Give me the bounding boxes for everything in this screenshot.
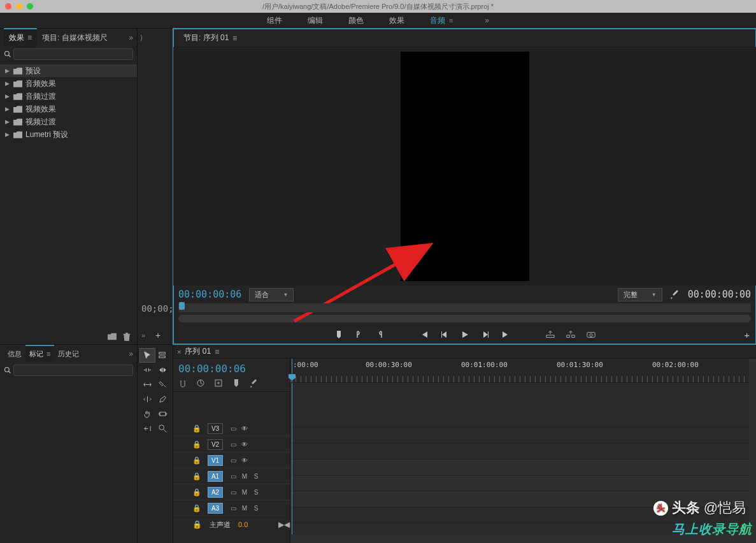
tree-item-audio-effects[interactable]: ▶ 音频效果 — [0, 77, 137, 90]
button-editor-icon[interactable]: + — [744, 329, 750, 340]
lock-icon[interactable]: 🔒 — [192, 488, 201, 496]
timeline-settings-icon[interactable] — [250, 379, 259, 387]
zoom-tool[interactable] — [156, 422, 171, 435]
pen-tool[interactable] — [156, 393, 171, 406]
solo-icon[interactable]: S — [252, 489, 260, 496]
track-header-v3[interactable]: 🔒 V3 ▭👁 — [173, 421, 290, 437]
lane-a1[interactable] — [290, 460, 756, 475]
program-scrub-track[interactable] — [178, 303, 751, 312]
track-select-tool[interactable] — [156, 349, 171, 362]
eye-icon[interactable]: 👁 — [241, 441, 248, 448]
lane-v2[interactable] — [290, 428, 756, 444]
razor-tool[interactable] — [156, 378, 171, 391]
timeline-playhead[interactable] — [292, 359, 292, 382]
master-output-icon[interactable]: ▶◀ — [278, 520, 290, 529]
collapsed-panel-icon[interactable]: ⟩ — [140, 34, 143, 42]
rate-stretch-tool[interactable] — [140, 378, 155, 391]
mute-icon[interactable]: M — [241, 505, 248, 512]
tab-markers[interactable]: 标记 ≡ — [25, 345, 54, 362]
track-header-v1[interactable]: 🔒 V1 ▭👁 — [173, 452, 290, 468]
eye-icon[interactable]: 👁 — [241, 425, 248, 432]
track-header-a1[interactable]: 🔒 A1 ▭MS — [173, 468, 290, 484]
lock-icon[interactable]: 🔒 — [192, 456, 201, 465]
tab-project[interactable]: 项目: 自媒体视频尺 — [37, 29, 113, 47]
rolling-edit-tool[interactable] — [156, 363, 171, 377]
timeline-v-scrollbar[interactable] — [749, 359, 756, 543]
lane-v1[interactable] — [290, 444, 756, 460]
eye-icon[interactable]: 👁 — [241, 457, 248, 464]
extract-icon[interactable] — [566, 330, 575, 339]
lock-icon[interactable]: 🔒 — [192, 520, 202, 529]
hand-tool[interactable] — [140, 407, 155, 421]
panel-overflow-icon[interactable]: » — [129, 349, 133, 358]
mark-out-icon[interactable] — [375, 330, 384, 339]
tab-history[interactable]: 历史记 — [54, 346, 83, 362]
add-button-icon[interactable]: + — [155, 330, 160, 340]
toggle-sync-icon[interactable]: ▭ — [229, 505, 237, 512]
playhead-handle[interactable] — [179, 302, 185, 310]
mute-icon[interactable]: M — [241, 489, 248, 496]
workspace-overflow-icon[interactable]: » — [485, 16, 489, 25]
tab-menu-icon[interactable]: ≡ — [232, 34, 237, 43]
workspace-menu-icon[interactable]: ≡ — [449, 17, 453, 24]
selection-tool[interactable] — [140, 349, 155, 362]
play-icon[interactable] — [460, 330, 469, 339]
toggle-sync-icon[interactable]: ▭ — [229, 457, 237, 464]
timeline-marker-icon[interactable] — [232, 379, 241, 387]
toggle-sync-icon[interactable]: ▭ — [229, 473, 237, 480]
tab-menu-icon[interactable]: ≡ — [27, 33, 32, 42]
toggle-sync-icon[interactable]: ▭ — [229, 425, 237, 432]
effects-search-input[interactable] — [13, 48, 133, 60]
program-timecode-current[interactable]: 00:00:00:06 — [178, 289, 241, 300]
lock-icon[interactable]: 🔒 — [192, 424, 201, 433]
timeline-ruler[interactable]: :00:00 00:00:30:00 00:01:00:00 00:01:30:… — [290, 359, 756, 383]
lane-v3[interactable] — [290, 412, 756, 428]
track-badge[interactable]: V1 — [208, 455, 223, 466]
timeline-timecode[interactable]: 00:00:00:06 — [178, 363, 285, 375]
zoom-dropdown[interactable]: 适合 ▼ — [249, 288, 294, 301]
export-frame-icon[interactable] — [587, 330, 596, 339]
master-value[interactable]: 0.0 — [238, 521, 248, 528]
linked-selection-icon[interactable] — [196, 379, 205, 387]
track-badge[interactable]: V2 — [208, 439, 223, 450]
panel-overflow-icon[interactable]: » — [141, 331, 145, 339]
new-bin-icon[interactable] — [108, 333, 117, 340]
add-marker-icon[interactable] — [334, 330, 343, 339]
solo-icon[interactable]: S — [252, 473, 260, 480]
trash-icon[interactable] — [123, 333, 131, 341]
tree-item-video-transitions[interactable]: ▶ 视频过渡 — [0, 115, 137, 128]
lock-icon[interactable]: 🔒 — [192, 440, 201, 449]
go-to-out-icon[interactable] — [501, 330, 510, 339]
sequence-tab[interactable]: 序列 01 — [185, 346, 211, 357]
step-forward-icon[interactable] — [481, 330, 490, 339]
workspace-editing[interactable]: 编辑 — [308, 15, 323, 26]
panel-overflow-icon[interactable]: » — [129, 33, 133, 42]
mark-in-icon[interactable] — [355, 330, 364, 339]
track-badge[interactable]: A2 — [208, 487, 223, 498]
tree-item-audio-transitions[interactable]: ▶ 音频过渡 — [0, 90, 137, 103]
track-header-master[interactable]: 🔒 主声道 0.0 ▶◀ — [173, 516, 290, 532]
tab-menu-icon[interactable]: ≡ — [215, 347, 219, 356]
track-badge[interactable]: A3 — [208, 503, 223, 514]
settings-icon[interactable] — [670, 289, 680, 300]
track-badge[interactable]: V3 — [208, 423, 223, 434]
snap-icon[interactable] — [178, 379, 187, 387]
lock-icon[interactable]: 🔒 — [192, 472, 201, 481]
tab-program[interactable]: 节目: 序列 01 ≡ — [178, 30, 242, 46]
tree-item-video-effects[interactable]: ▶ 视频效果 — [0, 103, 137, 115]
add-marker-timeline-icon[interactable] — [214, 379, 223, 387]
step-back-icon[interactable] — [440, 330, 449, 339]
program-viewport[interactable] — [173, 47, 756, 286]
markers-search-input[interactable] — [13, 365, 133, 376]
mute-icon[interactable]: M — [241, 473, 248, 480]
track-header-v2[interactable]: 🔒 V2 ▭👁 — [173, 437, 290, 452]
lift-icon[interactable] — [546, 330, 555, 339]
workspace-audio[interactable]: 音频 ≡ — [430, 15, 453, 26]
tab-info[interactable]: 信息 — [4, 346, 25, 362]
type-tool[interactable] — [140, 422, 155, 435]
tab-effects[interactable]: 效果 ≡ — [4, 28, 37, 47]
toggle-sync-icon[interactable]: ▭ — [229, 441, 237, 448]
workspace-effects[interactable]: 效果 — [389, 15, 404, 26]
workspace-color[interactable]: 颜色 — [348, 15, 364, 26]
lane-a2[interactable] — [290, 475, 756, 491]
